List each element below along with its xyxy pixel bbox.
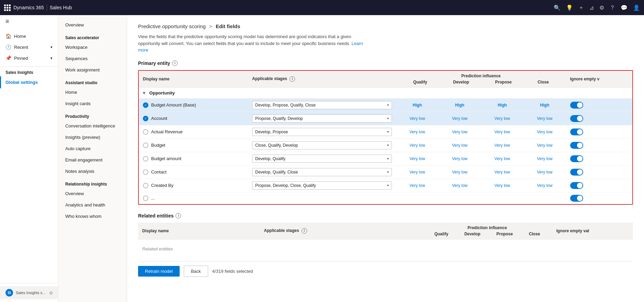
hamburger-menu[interactable]: ≡ [0,15,58,28]
sidebar-item-recent[interactable]: 🕐 Recent ▾ [0,42,58,53]
influence-develop-link[interactable]: Very low [452,183,467,188]
dropdown-chevron-icon: ▾ [387,103,389,107]
sidebar2-who-knows-whom[interactable]: Who knows whom [58,211,127,222]
sidebar2-sequences[interactable]: Sequences [58,53,127,64]
influence-develop-link[interactable]: Very low [452,156,467,161]
sidebar2-auto-capture[interactable]: Auto capture [58,143,127,154]
stages-dropdown[interactable]: Develop, Qualify, Close ▾ [252,168,392,176]
sidebar2-assistant-home[interactable]: Home [58,87,127,98]
user-icon[interactable]: 👤 [633,4,640,11]
si-badge: SI [5,289,13,297]
influence-propose-link[interactable]: High [498,103,507,108]
sidebar2-insights-preview[interactable]: Insights (preview) [58,132,127,143]
ignore-empty-toggle[interactable] [570,155,583,162]
related-stages-info-icon[interactable]: i [302,228,307,234]
influence-propose-link[interactable]: Very low [495,116,510,121]
row-checkbox[interactable] [143,169,148,175]
plus-icon[interactable]: ＋ [578,4,584,11]
ignore-empty-toggle[interactable] [570,102,583,109]
ignore-empty-toggle[interactable] [570,182,583,189]
influence-qualify-cell [396,192,439,204]
primary-entity-label: Primary entity [138,60,170,66]
influence-qualify-link[interactable]: Very low [409,143,425,148]
influence-qualify-link[interactable]: Very low [409,116,425,121]
sidebar2-rel-overview[interactable]: Overview [58,188,127,199]
influence-propose-link[interactable]: Very low [495,130,510,134]
chat-icon[interactable]: 💬 [621,4,628,11]
row-checkbox[interactable] [143,183,148,188]
breadcrumb-parent[interactable]: Predictive opportunity scoring [138,23,206,29]
collapse-icon[interactable]: ▾ [143,90,145,96]
influence-develop-link[interactable]: Very low [452,170,467,175]
ignore-empty-toggle[interactable] [570,195,583,202]
influence-close-link[interactable]: Very low [537,170,552,175]
row-checkbox[interactable] [143,143,148,148]
back-button[interactable]: Back [184,266,208,277]
sidebar-item-global-settings[interactable]: Global settings [0,76,58,88]
ignore-empty-toggle[interactable] [570,115,583,122]
influence-develop-link[interactable]: Very low [452,130,467,134]
influence-close-link[interactable]: High [540,103,550,108]
influence-qualify-link[interactable]: Very low [409,183,425,188]
sidebar-bottom-item[interactable]: SI Sales Insights sett... ◇ [0,286,58,299]
influence-develop-link[interactable]: Very low [452,116,467,121]
influence-qualify-link[interactable]: High [413,103,422,108]
ignore-toggle-cell [566,192,632,204]
influence-propose-link[interactable]: Very low [495,170,510,175]
app-brand[interactable]: Dynamics 365 Sales Hub [4,4,72,11]
influence-propose-link[interactable]: Very low [495,183,510,188]
app-grid-icon[interactable] [4,4,11,11]
row-checkbox[interactable] [143,195,148,201]
sidebar2-work-assignment[interactable]: Work assignment [58,64,127,76]
filter-icon[interactable]: ⊿ [589,4,594,11]
influence-close-link[interactable]: Very low [537,130,552,134]
stages-dropdown[interactable]: Propose, Qualify, Develop ▾ [252,114,392,123]
retrain-model-button[interactable]: Retrain model [138,266,180,277]
influence-close-link[interactable]: Very low [537,156,552,161]
stages-dropdown[interactable]: Close, Qualify, Develop ▾ [252,141,392,149]
related-entity-info-icon[interactable]: i [176,213,181,219]
sidebar2-notes-analysis[interactable]: Notes analysis [58,166,127,177]
influence-develop-link[interactable]: Very low [452,143,467,148]
primary-entity-info-icon[interactable]: i [172,60,178,66]
ignore-empty-toggle[interactable] [570,142,583,149]
row-checkbox[interactable] [143,129,148,135]
influence-qualify-link[interactable]: Very low [409,156,425,161]
stages-dropdown[interactable]: Develop, Propose ▾ [252,128,392,136]
settings-icon[interactable]: ⚙ [599,4,604,11]
row-checkbox[interactable] [143,156,148,161]
row-checkbox[interactable] [143,102,148,108]
app-name: Dynamics 365 [13,5,44,10]
stages-dropdown[interactable]: Propose, Develop, Close, Qualify ▾ [252,181,392,190]
stages-info-icon[interactable]: i [290,76,295,82]
influence-qualify-link[interactable]: Very low [409,130,425,134]
dropdown-chevron-icon: ▾ [387,170,389,174]
sidebar-item-home[interactable]: 🏠 Home [0,31,58,42]
influence-propose-link[interactable]: Very low [495,156,510,161]
sidebar-item-pinned[interactable]: 📌 Pinned ▾ [0,53,58,64]
ignore-empty-toggle[interactable] [570,128,583,135]
stages-dropdown[interactable]: Develop, Qualify ▾ [252,155,392,163]
influence-propose-link[interactable]: Very low [495,143,510,148]
sidebar2-insight-cards[interactable]: Insight cards [58,98,127,109]
sidebar2-overview[interactable]: Overview [58,19,127,31]
influence-close-cell: Very low [523,125,566,138]
lightbulb-icon[interactable]: 💡 [566,4,573,11]
sidebar2-email-engagement[interactable]: Email engagement [58,154,127,166]
stages-dropdown[interactable]: Develop, Propose, Qualify, Close ▾ [252,101,392,109]
influence-close-link[interactable]: Very low [537,116,552,121]
influence-develop-link[interactable]: High [455,103,464,108]
sidebar2-conv-intelligence[interactable]: Conversation intelligence [58,120,127,132]
sidebar2-analytics-health[interactable]: Analytics and health [58,199,127,211]
sidebar2-workspace[interactable]: Workspace [58,42,127,53]
influence-develop-cell: Very low [439,125,481,138]
influence-close-link[interactable]: Very low [537,183,552,188]
display-name-text: Account [151,116,167,121]
influence-close-link[interactable]: Very low [537,143,552,148]
search-icon[interactable]: 🔍 [554,4,561,11]
question-icon[interactable]: ？ [610,4,615,11]
sidebar-item-pinned-label: Pinned [14,56,28,61]
ignore-empty-toggle[interactable] [570,169,583,176]
influence-qualify-link[interactable]: Very low [409,170,425,175]
row-checkbox[interactable] [143,116,148,121]
